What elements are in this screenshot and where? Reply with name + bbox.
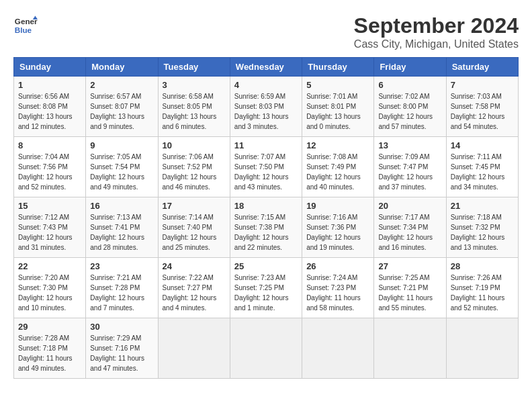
day-number: 3 — [163, 80, 226, 90]
day-number: 29 — [18, 322, 81, 332]
day-number: 23 — [90, 261, 153, 271]
day-cell: 7 Sunrise: 7:03 AMSunset: 7:58 PMDayligh… — [446, 77, 518, 137]
day-number: 20 — [378, 201, 441, 211]
day-number: 1 — [18, 80, 81, 90]
logo: General Blue — [13, 13, 38, 38]
title-area: September 2024 Cass City, Michigan, Unit… — [354, 13, 519, 50]
week-row-2: 8 Sunrise: 7:04 AMSunset: 7:56 PMDayligh… — [14, 137, 519, 197]
day-cell — [374, 318, 446, 379]
day-number: 13 — [378, 140, 441, 150]
day-cell: 30 Sunrise: 7:29 AMSunset: 7:16 PMDaylig… — [86, 318, 158, 379]
day-info: Sunrise: 7:13 AMSunset: 7:41 PMDaylight:… — [90, 214, 144, 251]
day-cell: 1 Sunrise: 6:56 AMSunset: 8:08 PMDayligh… — [14, 77, 86, 137]
day-number: 24 — [163, 261, 226, 271]
day-number: 30 — [90, 322, 153, 332]
day-cell: 20 Sunrise: 7:17 AMSunset: 7:34 PMDaylig… — [374, 197, 446, 258]
day-number: 12 — [306, 140, 369, 150]
week-row-1: 1 Sunrise: 6:56 AMSunset: 8:08 PMDayligh… — [14, 77, 519, 137]
day-cell: 29 Sunrise: 7:28 AMSunset: 7:18 PMDaylig… — [14, 318, 86, 379]
day-cell: 9 Sunrise: 7:05 AMSunset: 7:54 PMDayligh… — [86, 137, 158, 197]
calendar-table: SundayMondayTuesdayWednesdayThursdayFrid… — [13, 57, 519, 379]
day-cell — [302, 318, 374, 379]
day-number: 26 — [306, 261, 369, 271]
day-cell: 4 Sunrise: 6:59 AMSunset: 8:03 PMDayligh… — [230, 77, 302, 137]
day-info: Sunrise: 7:14 AMSunset: 7:40 PMDaylight:… — [163, 214, 217, 251]
day-info: Sunrise: 7:18 AMSunset: 7:32 PMDaylight:… — [451, 214, 505, 251]
column-header-sunday: Sunday — [14, 58, 86, 77]
column-header-saturday: Saturday — [446, 58, 518, 77]
day-info: Sunrise: 7:09 AMSunset: 7:47 PMDaylight:… — [378, 153, 433, 191]
week-row-5: 29 Sunrise: 7:28 AMSunset: 7:18 PMDaylig… — [14, 318, 519, 379]
day-info: Sunrise: 7:01 AMSunset: 8:01 PMDaylight:… — [306, 93, 361, 130]
day-cell — [158, 318, 230, 379]
day-info: Sunrise: 6:59 AMSunset: 8:03 PMDaylight:… — [234, 93, 289, 130]
day-number: 15 — [18, 201, 81, 211]
day-number: 9 — [90, 140, 153, 150]
day-info: Sunrise: 6:58 AMSunset: 8:05 PMDaylight:… — [163, 93, 217, 130]
day-cell: 14 Sunrise: 7:11 AMSunset: 7:45 PMDaylig… — [446, 137, 518, 197]
day-info: Sunrise: 7:20 AMSunset: 7:30 PMDaylight:… — [18, 274, 73, 312]
day-info: Sunrise: 7:08 AMSunset: 7:49 PMDaylight:… — [306, 153, 361, 191]
day-cell: 2 Sunrise: 6:57 AMSunset: 8:07 PMDayligh… — [86, 77, 158, 137]
day-cell: 24 Sunrise: 7:22 AMSunset: 7:27 PMDaylig… — [158, 258, 230, 318]
day-cell: 5 Sunrise: 7:01 AMSunset: 8:01 PMDayligh… — [302, 77, 374, 137]
day-number: 4 — [234, 80, 298, 90]
logo-icon: General Blue — [13, 13, 38, 38]
column-header-friday: Friday — [374, 58, 446, 77]
day-cell: 12 Sunrise: 7:08 AMSunset: 7:49 PMDaylig… — [302, 137, 374, 197]
day-number: 27 — [378, 261, 441, 271]
day-cell: 3 Sunrise: 6:58 AMSunset: 8:05 PMDayligh… — [158, 77, 230, 137]
day-number: 8 — [18, 140, 81, 150]
day-cell: 6 Sunrise: 7:02 AMSunset: 8:00 PMDayligh… — [374, 77, 446, 137]
day-cell: 17 Sunrise: 7:14 AMSunset: 7:40 PMDaylig… — [158, 197, 230, 258]
day-info: Sunrise: 7:21 AMSunset: 7:28 PMDaylight:… — [90, 274, 144, 312]
calendar-header-row: SundayMondayTuesdayWednesdayThursdayFrid… — [14, 58, 519, 77]
day-number: 22 — [18, 261, 81, 271]
day-number: 10 — [163, 140, 226, 150]
day-info: Sunrise: 7:16 AMSunset: 7:36 PMDaylight:… — [306, 214, 361, 251]
day-cell: 23 Sunrise: 7:21 AMSunset: 7:28 PMDaylig… — [86, 258, 158, 318]
column-header-thursday: Thursday — [302, 58, 374, 77]
day-cell: 21 Sunrise: 7:18 AMSunset: 7:32 PMDaylig… — [446, 197, 518, 258]
day-number: 5 — [306, 80, 369, 90]
day-cell: 25 Sunrise: 7:23 AMSunset: 7:25 PMDaylig… — [230, 258, 302, 318]
day-info: Sunrise: 7:06 AMSunset: 7:52 PMDaylight:… — [163, 153, 217, 191]
day-cell: 10 Sunrise: 7:06 AMSunset: 7:52 PMDaylig… — [158, 137, 230, 197]
day-number: 19 — [306, 201, 369, 211]
day-info: Sunrise: 7:17 AMSunset: 7:34 PMDaylight:… — [378, 214, 433, 251]
day-cell — [230, 318, 302, 379]
column-header-monday: Monday — [86, 58, 158, 77]
day-cell: 26 Sunrise: 7:24 AMSunset: 7:23 PMDaylig… — [302, 258, 374, 318]
day-info: Sunrise: 7:03 AMSunset: 7:58 PMDaylight:… — [451, 93, 505, 130]
location-title: Cass City, Michigan, United States — [354, 38, 519, 50]
day-number: 28 — [451, 261, 514, 271]
svg-text:Blue: Blue — [15, 26, 32, 34]
day-cell: 15 Sunrise: 7:12 AMSunset: 7:43 PMDaylig… — [14, 197, 86, 258]
day-info: Sunrise: 7:12 AMSunset: 7:43 PMDaylight:… — [18, 214, 73, 251]
day-info: Sunrise: 7:25 AMSunset: 7:21 PMDaylight:… — [378, 274, 433, 312]
day-cell: 28 Sunrise: 7:26 AMSunset: 7:19 PMDaylig… — [446, 258, 518, 318]
day-info: Sunrise: 7:28 AMSunset: 7:18 PMDaylight:… — [18, 334, 73, 372]
day-info: Sunrise: 7:15 AMSunset: 7:38 PMDaylight:… — [234, 214, 289, 251]
day-cell: 18 Sunrise: 7:15 AMSunset: 7:38 PMDaylig… — [230, 197, 302, 258]
day-cell: 19 Sunrise: 7:16 AMSunset: 7:36 PMDaylig… — [302, 197, 374, 258]
day-number: 17 — [163, 201, 226, 211]
day-info: Sunrise: 7:26 AMSunset: 7:19 PMDaylight:… — [451, 274, 505, 312]
page-header: General Blue September 2024 Cass City, M… — [13, 13, 519, 50]
month-title: September 2024 — [354, 13, 519, 38]
day-info: Sunrise: 6:57 AMSunset: 8:07 PMDaylight:… — [90, 93, 144, 130]
day-info: Sunrise: 7:04 AMSunset: 7:56 PMDaylight:… — [18, 153, 73, 191]
day-number: 14 — [451, 140, 514, 150]
day-info: Sunrise: 7:07 AMSunset: 7:50 PMDaylight:… — [234, 153, 289, 191]
day-info: Sunrise: 6:56 AMSunset: 8:08 PMDaylight:… — [18, 93, 73, 130]
day-info: Sunrise: 7:11 AMSunset: 7:45 PMDaylight:… — [451, 153, 505, 191]
day-info: Sunrise: 7:29 AMSunset: 7:16 PMDaylight:… — [90, 334, 144, 372]
day-number: 18 — [234, 201, 298, 211]
column-header-tuesday: Tuesday — [158, 58, 230, 77]
day-cell: 27 Sunrise: 7:25 AMSunset: 7:21 PMDaylig… — [374, 258, 446, 318]
day-number: 25 — [234, 261, 298, 271]
week-row-4: 22 Sunrise: 7:20 AMSunset: 7:30 PMDaylig… — [14, 258, 519, 318]
day-cell: 11 Sunrise: 7:07 AMSunset: 7:50 PMDaylig… — [230, 137, 302, 197]
day-cell: 13 Sunrise: 7:09 AMSunset: 7:47 PMDaylig… — [374, 137, 446, 197]
day-number: 21 — [451, 201, 514, 211]
